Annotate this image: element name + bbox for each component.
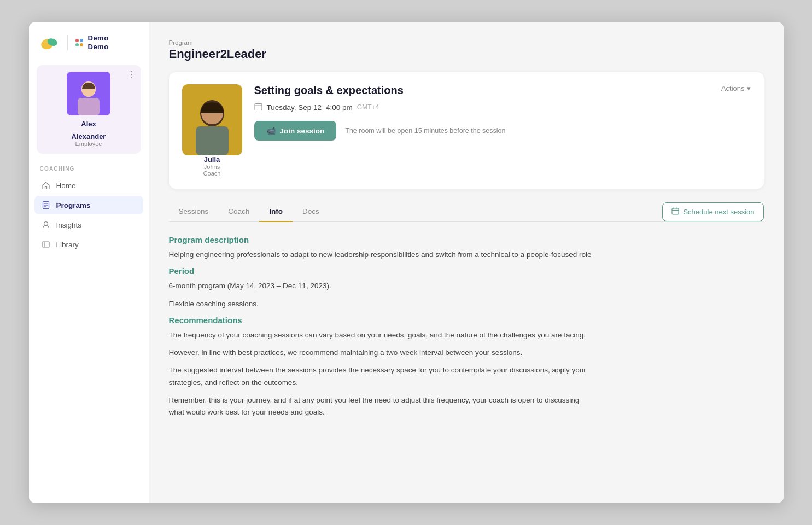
session-card: Julia Johns Coach Setting goals & expect… (169, 72, 764, 189)
recommendations-section: Recommendations The frequency of your co… (169, 316, 595, 419)
svg-rect-15 (196, 126, 229, 155)
tabs-row: Sessions Coach Info Docs Schedule next s… (169, 202, 764, 222)
session-time-val: 4:00 pm (326, 103, 353, 112)
sidebar-section-label: COACHING (29, 166, 149, 176)
user-short-name: Alex (81, 120, 96, 128)
demo-label-1: Demo (88, 34, 109, 43)
recommendations-text-2: However, in line with best practices, we… (169, 347, 595, 359)
svg-point-10 (44, 222, 48, 226)
coach-info-block: Julia Johns Coach (182, 84, 242, 177)
session-note: The room will be open 15 minutes before … (345, 127, 505, 135)
tab-coach[interactable]: Coach (218, 202, 259, 222)
recommendations-text-1: The frequency of your coaching sessions … (169, 329, 595, 341)
user-menu-button[interactable]: ⋮ (127, 71, 136, 79)
tab-info[interactable]: Info (259, 202, 293, 222)
main-content: Program Engineer2Leader Julia Johns Coac… (149, 22, 784, 503)
sidebar-item-insights[interactable]: Insights (34, 215, 143, 234)
svg-rect-3 (78, 98, 100, 115)
session-details: Setting goals & expectations Tuesday, Se… (254, 84, 751, 141)
program-title: Engineer2Leader (169, 47, 764, 61)
recommendations-text-3: The suggested interval between the sessi… (169, 364, 595, 389)
library-icon (41, 240, 51, 249)
coach-last-name: Johns (204, 164, 220, 170)
program-description-text: Helping engineering professionals to ada… (169, 249, 595, 261)
app-window: Demo Demo ⋮ Alex Alexander Employe (29, 22, 784, 503)
recommendations-heading: Recommendations (169, 316, 595, 325)
coach-avatar-illustration (188, 92, 237, 155)
calendar-icon (254, 102, 262, 112)
coach-name: Julia (204, 155, 220, 164)
session-title: Setting goals & expectations (254, 84, 506, 97)
user-full-name: Alexander (72, 132, 106, 141)
demo-logo-text: Demo Demo (75, 34, 109, 51)
tab-sessions[interactable]: Sessions (169, 202, 219, 222)
session-actions-row: 📹 Join session The room will be open 15 … (254, 121, 506, 141)
recommendations-text-4: Remember, this is your journey, and if a… (169, 394, 595, 419)
programs-icon (41, 200, 51, 210)
insights-icon (41, 220, 51, 230)
svg-rect-20 (672, 208, 679, 214)
sidebar-nav: Home Programs Insights Library (29, 176, 149, 254)
program-description-section: Program description Helping engineering … (169, 235, 595, 261)
home-icon (41, 180, 51, 190)
join-btn-label: Join session (280, 127, 325, 135)
user-role: Employee (75, 141, 102, 147)
actions-button[interactable]: Actions ▾ (721, 84, 751, 92)
svg-rect-11 (43, 242, 49, 247)
user-avatar (67, 72, 110, 115)
join-session-button[interactable]: 📹 Join session (254, 121, 337, 141)
tab-docs[interactable]: Docs (293, 202, 329, 222)
sidebar-item-library[interactable]: Library (34, 235, 143, 254)
info-content: Program description Helping engineering … (169, 235, 595, 418)
actions-label: Actions (721, 84, 745, 92)
coach-avatar (182, 84, 242, 155)
demo-label-2: Demo (88, 43, 109, 51)
user-avatar-illustration (72, 77, 105, 115)
chevron-down-icon: ▾ (747, 84, 751, 92)
session-day: Tuesday, Sep 12 (267, 103, 322, 112)
session-tz: GMT+4 (357, 103, 379, 111)
logo-divider (67, 35, 68, 50)
breadcrumb: Program (169, 39, 764, 46)
sidebar-item-programs-label: Programs (56, 201, 91, 209)
period-section: Period 6-month program (May 14, 2023 – D… (169, 266, 595, 310)
sidebar-item-insights-label: Insights (56, 221, 82, 229)
sidebar-item-home-label: Home (56, 182, 76, 190)
user-card: ⋮ Alex Alexander Employee (37, 65, 141, 154)
logo-area: Demo Demo (29, 22, 149, 61)
schedule-next-session-button[interactable]: Schedule next session (662, 202, 763, 221)
session-time-row: Tuesday, Sep 12 4:00 pm GMT+4 (254, 102, 506, 112)
leaf-icon (40, 35, 60, 50)
period-text-2: Flexible coaching sessions. (169, 298, 595, 310)
period-text-1: 6-month program (May 14, 2023 – Dec 11, … (169, 280, 595, 292)
sidebar-item-home[interactable]: Home (34, 176, 143, 195)
calendar-schedule-icon (671, 207, 679, 217)
schedule-btn-label: Schedule next session (683, 208, 754, 216)
coach-role: Coach (203, 170, 221, 177)
video-icon: 📹 (266, 126, 276, 135)
sidebar-item-programs[interactable]: Programs (34, 196, 143, 214)
sidebar-item-library-label: Library (56, 241, 79, 249)
svg-rect-16 (255, 104, 262, 110)
period-heading: Period (169, 266, 595, 276)
program-description-heading: Program description (169, 235, 595, 244)
sidebar: Demo Demo ⋮ Alex Alexander Employe (29, 22, 149, 503)
